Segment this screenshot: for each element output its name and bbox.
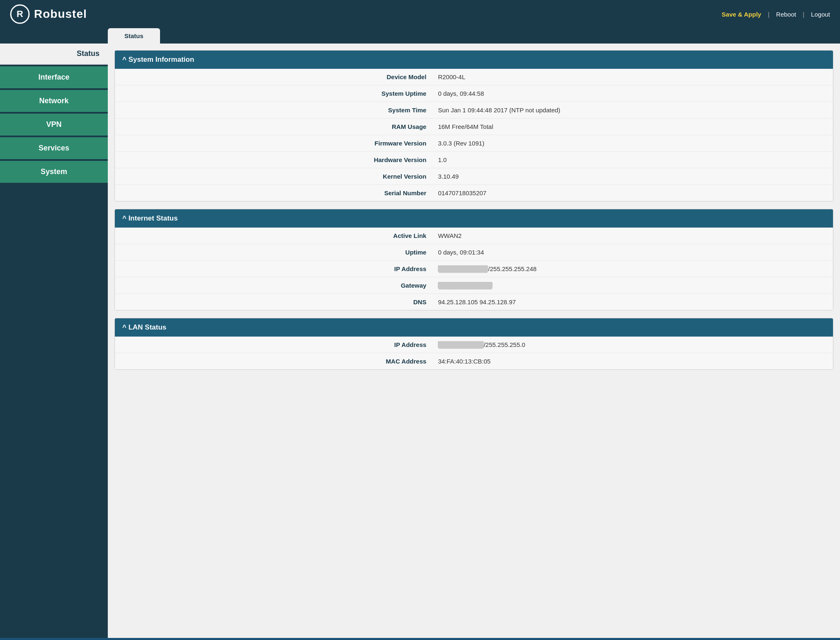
internet-status-header: ^ Internet Status: [115, 209, 833, 228]
gateway-label: Gateway: [115, 282, 438, 289]
hardware-version-value: 1.0: [438, 156, 833, 163]
logo-area: R Robustel: [10, 4, 87, 24]
internet-uptime-label: Uptime: [115, 249, 438, 256]
internet-uptime-value: 0 days, 09:01:34: [438, 249, 833, 256]
sidebar-status-label: Status: [0, 44, 108, 65]
firmware-version-label: Firmware Version: [115, 140, 438, 147]
hardware-version-label: Hardware Version: [115, 156, 438, 163]
dns-label: DNS: [115, 298, 438, 305]
reboot-button[interactable]: Reboot: [776, 11, 796, 18]
active-link-value: WWAN2: [438, 232, 833, 239]
tab-status[interactable]: Status: [108, 28, 160, 44]
gateway-value: ████████████: [438, 282, 833, 289]
table-row: DNS 94.25.128.105 94.25.128.97: [115, 294, 833, 310]
device-model-value: R2000-4L: [438, 73, 833, 80]
internet-ip-blurred: ███████████: [438, 265, 488, 272]
lan-ip-value: ██████████/255.255.255.0: [438, 341, 833, 348]
header-divider-1: |: [768, 11, 770, 18]
mac-address-label: MAC Address: [115, 358, 438, 365]
robustel-logo-icon: R: [10, 4, 30, 24]
gateway-blurred: ████████████: [438, 282, 493, 289]
logout-button[interactable]: Logout: [811, 11, 830, 18]
lan-ip-suffix: /255.255.255.0: [484, 341, 525, 348]
lan-status-header: ^ LAN Status: [115, 318, 833, 337]
dns-value: 94.25.128.105 94.25.128.97: [438, 298, 833, 305]
table-row: System Uptime 0 days, 09:44:58: [115, 85, 833, 102]
mac-address-value: 34:FA:40:13:CB:05: [438, 358, 833, 365]
logo-text: Robustel: [34, 7, 87, 21]
svg-text:R: R: [17, 9, 23, 19]
table-row: Hardware Version 1.0: [115, 152, 833, 168]
lan-status-section: ^ LAN Status IP Address ██████████/255.2…: [114, 318, 833, 370]
kernel-version-value: 3.10.49: [438, 173, 833, 180]
header: R Robustel Save & Apply | Reboot | Logou…: [0, 0, 840, 28]
save-apply-button[interactable]: Save & Apply: [722, 11, 761, 18]
serial-number-value: 01470718035207: [438, 189, 833, 196]
table-row: Uptime 0 days, 09:01:34: [115, 244, 833, 261]
table-row: RAM Usage 16M Free/64M Total: [115, 119, 833, 135]
sidebar-item-services[interactable]: Services: [0, 137, 108, 159]
ram-usage-label: RAM Usage: [115, 123, 438, 130]
main-content: ^ System Information Device Model R2000-…: [108, 44, 840, 638]
kernel-version-label: Kernel Version: [115, 173, 438, 180]
header-actions: Save & Apply | Reboot | Logout: [722, 11, 830, 18]
table-row: Kernel Version 3.10.49: [115, 168, 833, 185]
internet-ip-label: IP Address: [115, 265, 438, 272]
ram-usage-value: 16M Free/64M Total: [438, 123, 833, 130]
lan-ip-label: IP Address: [115, 341, 438, 348]
table-row: Firmware Version 3.0.3 (Rev 1091): [115, 135, 833, 152]
serial-number-label: Serial Number: [115, 189, 438, 196]
system-information-section: ^ System Information Device Model R2000-…: [114, 50, 833, 201]
system-uptime-value: 0 days, 09:44:58: [438, 90, 833, 97]
internet-status-body: Active Link WWAN2 Uptime 0 days, 09:01:3…: [115, 228, 833, 310]
firmware-version-value: 3.0.3 (Rev 1091): [438, 140, 833, 147]
tab-bar: Status: [0, 28, 840, 44]
lan-status-body: IP Address ██████████/255.255.255.0 MAC …: [115, 337, 833, 369]
lan-ip-blurred: ██████████: [438, 341, 483, 348]
system-information-header: ^ System Information: [115, 51, 833, 69]
table-row: MAC Address 34:FA:40:13:CB:05: [115, 353, 833, 369]
table-row: Gateway ████████████: [115, 277, 833, 294]
system-information-body: Device Model R2000-4L System Uptime 0 da…: [115, 69, 833, 201]
main-layout: Status Interface Network VPN Services Sy…: [0, 44, 840, 638]
sidebar-item-system[interactable]: System: [0, 161, 108, 183]
device-model-label: Device Model: [115, 73, 438, 80]
internet-status-section: ^ Internet Status Active Link WWAN2 Upti…: [114, 209, 833, 310]
table-row: Serial Number 01470718035207: [115, 185, 833, 201]
internet-ip-value: ███████████/255.255.255.248: [438, 265, 833, 272]
system-time-value: Sun Jan 1 09:44:48 2017 (NTP not updated…: [438, 107, 833, 114]
system-time-label: System Time: [115, 107, 438, 114]
internet-ip-suffix: /255.255.255.248: [488, 265, 537, 272]
system-uptime-label: System Uptime: [115, 90, 438, 97]
table-row: System Time Sun Jan 1 09:44:48 2017 (NTP…: [115, 102, 833, 119]
sidebar-item-network[interactable]: Network: [0, 90, 108, 112]
table-row: IP Address ██████████/255.255.255.0: [115, 337, 833, 353]
header-divider-2: |: [803, 11, 804, 18]
sidebar: Status Interface Network VPN Services Sy…: [0, 44, 108, 638]
table-row: Device Model R2000-4L: [115, 69, 833, 85]
table-row: IP Address ███████████/255.255.255.248: [115, 261, 833, 277]
active-link-label: Active Link: [115, 232, 438, 239]
sidebar-item-vpn[interactable]: VPN: [0, 114, 108, 136]
sidebar-item-interface[interactable]: Interface: [0, 66, 108, 88]
table-row: Active Link WWAN2: [115, 228, 833, 244]
